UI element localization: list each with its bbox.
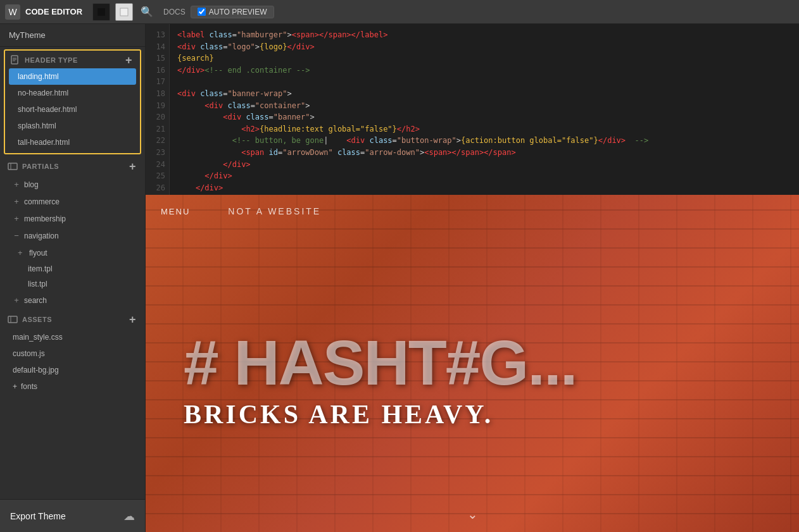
app-title: CODE EDITOR [25, 7, 82, 16]
assets-add-btn[interactable]: + [128, 314, 137, 325]
asset-main-style-css[interactable]: main_style.css [0, 329, 145, 345]
search-expand-icon: + [13, 295, 20, 305]
partial-search-label: search [24, 296, 47, 305]
partials-icon [8, 161, 18, 171]
partial-blog-label: blog [24, 180, 39, 189]
code-content: 1314151617 1819202122 232425262728 <labe… [146, 24, 799, 195]
partial-search[interactable]: + search [0, 292, 145, 309]
preview-brick-background: MENU NOT A WEBSITE # HASHT#G... BRICKS A… [146, 195, 799, 532]
white-square-icon [120, 8, 129, 16]
line-numbers: 1314151617 1819202122 232425262728 [146, 24, 170, 195]
search-icon[interactable]: 🔍 [141, 6, 153, 18]
partial-membership-label: membership [24, 214, 66, 223]
export-theme-button[interactable]: Export Theme ☁ [0, 499, 145, 532]
sidebar: MyTheme HEADER TYPE + [0, 24, 146, 532]
file-no-header-html[interactable]: no-header.html [5, 85, 140, 101]
main-layout: MyTheme HEADER TYPE + [0, 24, 799, 532]
auto-preview-toggle[interactable]: AUTO PREVIEW [191, 6, 274, 18]
commerce-expand-icon: + [13, 197, 20, 206]
color-black-btn[interactable] [92, 3, 110, 21]
cloud-upload-icon: ☁ [123, 509, 135, 523]
header-type-section: HEADER TYPE + landing.html no-header.htm… [4, 49, 141, 154]
assets-section-header[interactable]: ASSETS + [0, 309, 145, 329]
partials-section-header[interactable]: PARTIALS + [0, 156, 145, 176]
docs-link[interactable]: DOCS [163, 8, 186, 16]
partials-label: PARTIALS [22, 163, 59, 170]
assets-header-left: ASSETS [8, 314, 52, 325]
membership-expand-icon: + [13, 214, 20, 223]
preview-header: MENU NOT A WEBSITE [146, 195, 799, 228]
partials-header-left: PARTIALS [8, 161, 59, 171]
file-splash-html[interactable]: splash.html [5, 118, 140, 134]
svg-rect-1 [120, 8, 128, 16]
file-tall-header-html[interactable]: tall-header.html [5, 134, 140, 151]
header-type-add-btn[interactable]: + [124, 54, 134, 66]
fonts-label: fonts [21, 382, 37, 391]
header-type-header-left: HEADER TYPE [10, 55, 78, 65]
preview-site-title: NOT A WEBSITE [228, 206, 321, 216]
partial-flyout[interactable]: + flyout [0, 244, 145, 261]
preview-center-content: # HASHT#G... BRICKS ARE HEAVY. [146, 228, 799, 532]
partial-membership[interactable]: + membership [0, 210, 145, 227]
assets-label: ASSETS [22, 316, 52, 323]
partial-commerce-label: commerce [24, 197, 60, 206]
file-short-header-html[interactable]: short-header.html [5, 101, 140, 118]
asset-default-bg-jpg[interactable]: default-bg.jpg [0, 362, 145, 378]
preview-tagline: BRICKS ARE HEAVY. [184, 399, 493, 430]
auto-preview-label: AUTO PREVIEW [209, 8, 267, 16]
sidebar-content: HEADER TYPE + landing.html no-header.htm… [0, 47, 145, 499]
header-type-label: HEADER TYPE [25, 56, 78, 64]
partial-fonts[interactable]: + fonts [0, 378, 145, 395]
partial-navigation[interactable]: − navigation [0, 227, 145, 244]
svg-rect-0 [98, 8, 105, 16]
partial-commerce[interactable]: + commerce [0, 193, 145, 210]
toolbar: W CODE EDITOR 🔍 DOCS AUTO PREVIEW [0, 0, 799, 24]
partial-navigation-label: navigation [24, 232, 59, 240]
assets-icon [8, 314, 18, 325]
blog-expand-icon: + [13, 180, 20, 189]
fonts-expand-icon: + [13, 382, 17, 391]
flyout-expand-icon: + [18, 248, 25, 257]
partial-blog[interactable]: + blog [0, 176, 145, 193]
theme-name: MyTheme [0, 24, 145, 47]
svg-rect-8 [8, 316, 17, 323]
partials-add-btn[interactable]: + [128, 161, 137, 172]
partial-flyout-label: flyout [29, 249, 47, 257]
preview-menu-label: MENU [161, 207, 190, 216]
partial-file-list-tpl[interactable]: list.tpl [0, 276, 145, 292]
preview-scroll-arrow: ⌄ [467, 507, 478, 522]
export-theme-label: Export Theme [10, 511, 66, 521]
code-panel[interactable]: 1314151617 1819202122 232425262728 <labe… [146, 24, 799, 195]
black-square-icon [97, 8, 106, 16]
color-white-btn[interactable] [115, 3, 133, 21]
app-logo-icon: W [5, 4, 20, 20]
header-type-section-header[interactable]: HEADER TYPE + [5, 51, 140, 68]
partial-file-item-tpl[interactable]: item.tpl [0, 261, 145, 276]
editor-area: 1314151617 1819202122 232425262728 <labe… [146, 24, 799, 532]
svg-rect-6 [8, 163, 17, 170]
preview-hashtag-text: # HASHT#G... [184, 331, 577, 394]
partials-section: PARTIALS + + blog + commerce + membershi… [0, 156, 145, 309]
preview-area: MENU NOT A WEBSITE # HASHT#G... BRICKS A… [146, 195, 799, 532]
code-lines[interactable]: <label class="hamburger"><span></span></… [170, 24, 656, 195]
asset-custom-js[interactable]: custom.js [0, 345, 145, 362]
file-landing-html[interactable]: landing.html [9, 68, 136, 85]
navigation-expand-icon: − [13, 231, 20, 240]
auto-preview-checkbox[interactable] [198, 8, 206, 16]
file-type-icon [10, 55, 20, 65]
assets-section: ASSETS + main_style.css custom.js defaul… [0, 309, 145, 395]
